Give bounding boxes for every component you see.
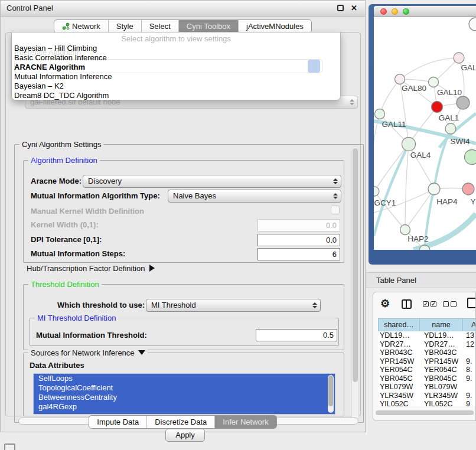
table-cell: 9.: [463, 374, 476, 383]
checked-checkbox-icon[interactable]: ✓: [423, 301, 429, 307]
node-label-gal4: GAL4: [410, 151, 431, 159]
table-cell: YDL19…: [420, 331, 463, 340]
network-node-gal80[interactable]: [395, 74, 405, 84]
tab-network[interactable]: Network: [54, 20, 108, 32]
network-node-swi4[interactable]: [445, 123, 456, 134]
aracne-mode-value: Discovery: [88, 177, 122, 185]
table-row[interactable]: YLR345WYLR345W9.: [378, 392, 476, 400]
apply-button[interactable]: Apply: [165, 429, 205, 442]
table-row[interactable]: YBR045CYBR045C9.: [378, 374, 476, 383]
node-label-y: Y: [470, 197, 475, 206]
column-header-name[interactable]: name: [420, 318, 463, 331]
algorithm-option-dream8-dc-tdc-algorithm[interactable]: Dream8 DC_TDC Algorithm: [12, 91, 340, 100]
column-header-shared[interactable]: shared…: [378, 318, 420, 331]
tab-label: Cyni Toolbox: [187, 20, 230, 32]
tab-impute-data[interactable]: Impute Data: [89, 416, 146, 428]
tab-style[interactable]: Style: [108, 20, 141, 32]
mi-steps-input[interactable]: 6: [257, 248, 340, 260]
table-row[interactable]: YIL052CYIL052C9: [378, 400, 476, 406]
table-row[interactable]: YDL19…YDL19…13: [378, 331, 476, 340]
network-highlight-edges: [374, 113, 476, 250]
network-node-gal4[interactable]: [402, 138, 416, 151]
tab-infer-network[interactable]: Infer Network: [214, 416, 276, 428]
table-horizontal-scrollbar[interactable]: [376, 410, 474, 415]
table-row[interactable]: YER054CYER054C8.: [378, 366, 476, 374]
node-label-gal10: GAL10: [437, 88, 462, 97]
algorithm-option-bayesian-k2[interactable]: Bayesian – K2: [12, 81, 340, 91]
control-panel-titlebar: Control Panel ✕: [1, 1, 365, 17]
algorithm-definition-group: Algorithm Definition Aracne Mode: Discov…: [23, 160, 344, 263]
network-node-hap2[interactable]: [400, 225, 410, 235]
dpi-tolerance-input[interactable]: 0.0: [257, 234, 340, 246]
expand-right-icon: [149, 265, 155, 272]
combo-arrows-icon: [312, 299, 317, 311]
minimize-traffic-light[interactable]: [392, 8, 398, 15]
network-node-gal1[interactable]: [432, 102, 443, 113]
mi-type-label: Mutual Information Algorithm Type:: [31, 191, 160, 200]
network-node-gal10[interactable]: [429, 77, 439, 87]
gear-icon[interactable]: ⚙: [380, 297, 390, 310]
kernel-width-input[interactable]: 0.0: [257, 219, 340, 231]
node-attribute-table[interactable]: shared…nameA YDL19…YDL19…13YDR27…YDR27…1…: [378, 318, 476, 406]
table-row[interactable]: YBL079WYBL079W: [378, 383, 476, 392]
attribute-item-topologicalcoefficient[interactable]: TopologicalCoefficient: [34, 383, 335, 393]
network-icon: [62, 22, 70, 30]
floating-panel-icon[interactable]: [4, 444, 15, 450]
settings-vertical-thumb[interactable]: [353, 148, 358, 382]
threshold-definition-group: Threshold Definition Which threshold to …: [23, 284, 344, 350]
checked-checkbox-icon[interactable]: ✓: [431, 301, 436, 307]
attribute-item-gal4rgexp[interactable]: gal4RGexp: [34, 402, 335, 412]
network-node[interactable]: [457, 96, 470, 109]
network-node-gal11[interactable]: [375, 109, 385, 119]
network-node[interactable]: [469, 18, 476, 31]
tab-cyni-toolbox[interactable]: Cyni Toolbox: [178, 20, 238, 32]
table-row[interactable]: YDR27…YDR27…12: [378, 340, 476, 349]
network-node-hap4[interactable]: [428, 183, 440, 195]
network-view-window: GALGAL80GAL10GAL1GAL11SWI4GAL4GCY1HAP4YH…: [374, 6, 476, 250]
network-node[interactable]: [465, 150, 476, 165]
network-node-y[interactable]: [462, 183, 474, 195]
zoom-traffic-light[interactable]: [403, 8, 409, 15]
tab-jactivemnodules[interactable]: jActiveMNodules: [238, 20, 311, 32]
tab-label: Select: [149, 20, 171, 32]
table-cell: YBL079W: [420, 383, 463, 392]
list-scrollbar[interactable]: [328, 375, 334, 413]
manual-kernel-checkbox[interactable]: [331, 206, 340, 214]
data-attributes-list[interactable]: SelfLoopsTopologicalCoefficientBetweenne…: [33, 373, 335, 415]
table-cell: 12: [463, 340, 476, 349]
unchecked-checkbox-icon[interactable]: [451, 301, 457, 307]
network-node-gal[interactable]: [454, 53, 464, 63]
float-window-icon[interactable]: [337, 5, 344, 11]
network-node-gcy1[interactable]: [374, 187, 379, 196]
list-scrollbar-thumb[interactable]: [328, 376, 333, 406]
column-header-a[interactable]: A: [463, 318, 476, 331]
document-icon[interactable]: [467, 298, 476, 308]
close-icon[interactable]: ✕: [351, 1, 357, 16]
algorithm-option-basic-correlation-inference[interactable]: Basic Correlation Inference: [12, 53, 340, 63]
mi-type-combo[interactable]: Naive Bayes: [168, 190, 341, 203]
settings-vertical-scrollbar[interactable]: [351, 146, 359, 420]
table-row[interactable]: YBR043CYBR043C: [378, 348, 476, 357]
node-label-gal1: GAL1: [439, 113, 459, 122]
close-traffic-light[interactable]: [380, 8, 387, 15]
unchecked-checkbox-icon[interactable]: [443, 301, 449, 307]
tab-discretize-data[interactable]: Discretize Data: [146, 416, 214, 428]
network-canvas[interactable]: GALGAL80GAL10GAL1GAL11SWI4GAL4GCY1HAP4YH…: [374, 17, 476, 250]
tab-select[interactable]: Select: [141, 20, 178, 32]
attribute-item-selfloops[interactable]: SelfLoops: [34, 374, 335, 383]
network-desktop-frame: GALGAL80GAL10GAL1GAL11SWI4GAL4GCY1HAP4YH…: [369, 4, 476, 265]
algorithm-option-mutual-information-inference[interactable]: Mutual Information Inference: [12, 72, 340, 81]
columns-icon[interactable]: [402, 299, 412, 309]
aracne-mode-combo[interactable]: Discovery: [83, 175, 341, 188]
table-row[interactable]: YPR145WYPR145W9.: [378, 357, 476, 366]
mi-threshold-input[interactable]: 0.5: [256, 329, 337, 341]
attribute-item-betweennesscentrality[interactable]: BetweennessCentrality: [34, 393, 335, 402]
network-window-titlebar[interactable]: [374, 6, 476, 17]
algorithm-option-aracne-algorithm[interactable]: ARACNE Algorithm: [12, 63, 340, 72]
hub-definition-toggle[interactable]: Hub/Transcription Factor Definition: [27, 264, 155, 273]
sources-title[interactable]: Sources for Network Inference: [28, 348, 148, 357]
algorithm-option-bayesian-hill-climbing[interactable]: Bayesian – Hill Climbing: [12, 44, 340, 53]
which-threshold-combo[interactable]: MI Threshold: [146, 299, 321, 312]
tab-label: Infer Network: [223, 416, 268, 428]
node-label-gal80: GAL80: [402, 84, 426, 93]
